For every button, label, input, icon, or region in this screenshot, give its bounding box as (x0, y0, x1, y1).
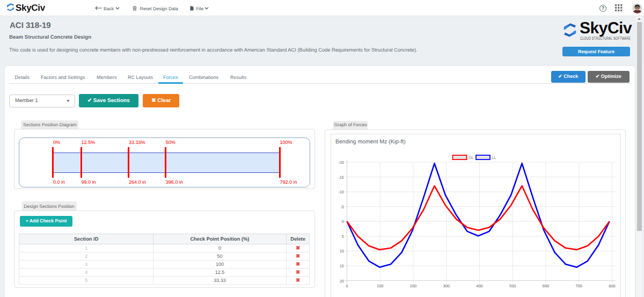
svg-text:-5: -5 (340, 205, 344, 209)
svg-text:500: 500 (509, 284, 516, 288)
svg-text:200: 200 (410, 284, 417, 288)
svg-text:400: 400 (476, 284, 483, 288)
svg-text:700: 700 (576, 284, 583, 288)
svg-text:15: 15 (340, 264, 344, 269)
svg-text:20: 20 (340, 279, 344, 284)
svg-text:0: 0 (346, 284, 348, 288)
svg-text:600: 600 (543, 284, 550, 288)
svg-text:0: 0 (342, 219, 344, 224)
svg-text:800: 800 (609, 284, 616, 288)
svg-text:DL: DL (469, 155, 474, 160)
svg-text:5: 5 (342, 234, 344, 239)
svg-text:100: 100 (377, 284, 384, 288)
svg-text:-20: -20 (338, 160, 344, 165)
svg-text:LL: LL (492, 155, 496, 160)
svg-text:300: 300 (443, 284, 450, 288)
svg-text:-10: -10 (338, 190, 344, 194)
svg-text:Bending moment Mz (Kip-ft): Bending moment Mz (Kip-ft) (335, 139, 406, 145)
svg-text:-15: -15 (338, 175, 344, 180)
svg-text:10: 10 (340, 249, 344, 253)
